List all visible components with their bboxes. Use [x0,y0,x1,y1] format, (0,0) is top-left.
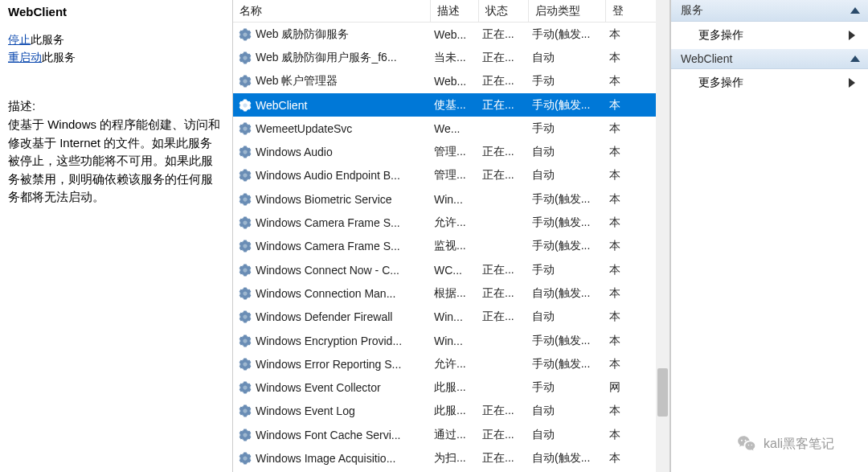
table-row[interactable]: Windows Connect Now - C...WC...正在...手动本 [233,258,669,281]
table-row[interactable]: Windows Biometric ServiceWin...手动(触发...本 [233,187,669,211]
gear-icon [238,27,252,42]
gear-icon [238,263,252,277]
cell-desc: 使基... [431,98,479,113]
service-name: WemeetUpdateSvc [256,122,352,135]
table-row[interactable]: Windows Defender FirewallWin...正在...自动本 [233,306,669,329]
table-row[interactable]: Windows Audio Endpoint B...管理...正在...自动本 [233,164,669,187]
table-row[interactable]: Windows Font Cache Servi...通过...正在...自动本 [233,423,669,446]
watermark-text: kali黑客笔记 [764,436,834,453]
gear-icon [238,145,252,159]
chevron-right-icon [849,31,855,40]
column-name[interactable]: 名称 [233,0,431,22]
cell-desc: Win... [431,193,479,206]
actions-section-webclient[interactable]: WebClient [671,49,868,69]
cell-name: Windows Image Acquisitio... [233,451,431,466]
cell-status: 正在... [479,27,529,42]
cell-status: 正在... [479,310,529,324]
stop-service-line: 停止此服务 [8,33,224,47]
gear-icon [238,404,252,418]
cell-startup: 手动 [529,380,606,395]
chevron-right-icon [849,78,855,88]
cell-startup: 手动(触发... [529,215,606,230]
cell-desc: Web... [431,28,479,41]
service-name: Windows Event Collector [256,381,381,394]
column-startup[interactable]: 启动类型 [529,0,606,22]
cell-name: Windows Audio Endpoint B... [233,168,431,183]
cell-logon: 本 [606,451,622,466]
table-row[interactable]: WebClient使基...正在...手动(触发...本 [233,93,669,117]
service-name: Windows Event Log [256,404,355,417]
service-name: Windows Defender Firewall [256,310,392,323]
cell-name: Windows Connection Man... [233,286,431,301]
table-row[interactable]: Windows Camera Frame S...允许...手动(触发...本 [233,211,669,234]
table-row[interactable]: WemeetUpdateSvcWe...手动本 [233,117,669,140]
table-row[interactable]: Windows Image Acquisitio...为扫...正在...自动(… [233,446,669,470]
actions-more-services[interactable]: 更多操作 [671,22,868,49]
column-desc[interactable]: 描述 [431,0,479,22]
cell-name: Windows Defender Firewall [233,310,431,324]
scroll-thumb[interactable] [657,368,668,417]
cell-startup: 手动 [529,74,606,88]
restart-link[interactable]: 重启动 [8,51,42,64]
actions-section-services[interactable]: 服务 [671,0,868,22]
table-row[interactable]: Web 威胁防御用户服务_f6...当未...正在...自动本 [233,46,669,69]
cell-logon: 本 [606,145,622,159]
table-row[interactable]: Web 威胁防御服务Web...正在...手动(触发...本 [233,23,669,46]
table-row[interactable]: Windows Encryption Provid...Win...手动(触发.… [233,329,669,352]
table-row[interactable]: Web 帐户管理器Web...正在...手动本 [233,70,669,93]
gear-icon [238,451,252,466]
cell-startup: 自动 [529,404,606,418]
column-status[interactable]: 状态 [479,0,529,22]
cell-logon: 本 [606,168,622,183]
cell-status: 正在... [479,51,529,65]
cell-logon: 本 [606,334,622,348]
cell-logon: 本 [606,404,622,418]
service-name: Web 威胁防御用户服务_f6... [256,51,397,65]
cell-logon: 本 [606,121,622,136]
table-row[interactable]: Windows Audio管理...正在...自动本 [233,140,669,163]
service-name: Windows Font Cache Servi... [256,429,401,441]
restart-service-line: 重启动此服务 [8,51,224,65]
actions-more-webclient[interactable]: 更多操作 [671,69,868,96]
cell-name: Windows Error Reporting S... [233,357,431,371]
scrollbar[interactable] [656,0,669,472]
cell-status: 正在... [479,404,529,418]
cell-startup: 自动(触发... [529,451,606,466]
table-row[interactable]: Windows Error Reporting S...允许...手动(触发..… [233,352,669,376]
cell-startup: 手动(触发... [529,334,606,348]
cell-desc: 监视... [431,239,479,253]
cell-logon: 本 [606,263,622,277]
cell-desc: 此服... [431,380,479,395]
cell-startup: 手动(触发... [529,192,606,207]
column-logon[interactable]: 登 [606,0,622,22]
cell-logon: 本 [606,215,622,230]
cell-desc: 允许... [431,357,479,371]
cell-name: WemeetUpdateSvc [233,121,431,136]
gear-icon [238,121,252,136]
service-name: Windows Audio Endpoint B... [256,169,400,182]
cell-name: Windows Camera Frame S... [233,239,431,253]
cell-logon: 本 [606,27,622,42]
table-row[interactable]: Windows Event Log此服...正在...自动本 [233,400,669,423]
cell-logon: 本 [606,98,622,113]
service-name: Windows Image Acquisitio... [256,452,395,465]
cell-name: WebClient [233,98,431,113]
service-name: Windows Camera Frame S... [256,216,400,229]
service-name: Windows Audio [256,146,333,158]
description-body: 使基于 Windows 的程序能创建、访问和修改基于 Internet 的文件。… [8,116,224,207]
service-title: WebClient [8,5,224,18]
stop-link[interactable]: 停止 [8,33,31,46]
cell-status: 正在... [479,451,529,466]
table-row[interactable]: Windows Connection Man...根据...正在...自动(触发… [233,281,669,305]
gear-icon [238,74,252,88]
cell-desc: 允许... [431,215,479,230]
service-name: Windows Connect Now - C... [256,264,399,277]
cell-startup: 自动(触发... [529,286,606,301]
service-name: Windows Encryption Provid... [256,335,402,347]
table-row[interactable]: Windows Event Collector此服...手动网 [233,376,669,399]
cell-desc: 当未... [431,51,479,65]
table-row[interactable]: Windows Camera Frame S...监视...手动(触发...本 [233,235,669,258]
cell-name: Windows Event Log [233,404,431,418]
cell-name: Windows Audio [233,145,431,159]
cell-desc: Win... [431,310,479,323]
